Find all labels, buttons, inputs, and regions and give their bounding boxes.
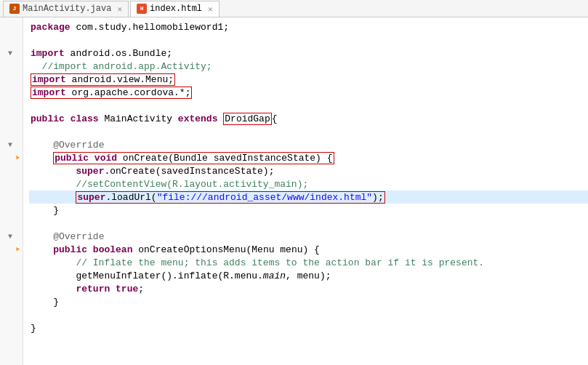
tab-bar: J MainActivity.java ✕ H index.html ✕ <box>0 0 588 17</box>
gutter: ▼ ▼ ➤ ▼ ➤ <box>0 17 23 365</box>
gutter-line-9 <box>0 125 23 138</box>
code-line: public boolean onCreateOptionsMenu(Menu … <box>29 243 588 256</box>
gutter-line-21 <box>0 282 23 295</box>
code-line: import android.view.Menu; <box>29 73 588 86</box>
code-line: } <box>29 295 588 308</box>
gutter-line-1 <box>0 20 23 33</box>
gutter-line-13 <box>0 177 23 190</box>
code-line <box>29 33 588 47</box>
gutter-line-4 <box>0 60 23 73</box>
code-line: //import android.app.Activity; <box>29 60 588 73</box>
gutter-line-23 <box>0 308 23 321</box>
code-line <box>29 99 588 112</box>
gutter-line-16 <box>0 217 23 230</box>
code-line: @Override <box>29 138 588 151</box>
code-line: getMenuInflater().inflate(R.menu.main, m… <box>29 269 588 282</box>
gutter-line-11: ➤ <box>0 151 23 164</box>
code-line: // Inflate the menu; this adds items to … <box>29 256 588 269</box>
code-line: } <box>29 204 588 217</box>
gutter-line-20 <box>0 269 23 282</box>
gutter-line-12 <box>0 164 23 177</box>
gutter-line-18: ➤ <box>0 243 23 256</box>
code-line: public class MainActivity extends DroidG… <box>29 112 588 125</box>
code-line: import org.apache.cordova.*; <box>29 86 588 99</box>
code-line: super.onCreate(savedInstanceState); <box>29 164 588 177</box>
code-line: import android.os.Bundle; <box>29 47 588 60</box>
gutter-line-15 <box>0 204 23 217</box>
editor-container: ▼ ▼ ➤ ▼ ➤ package com.study.hellomobilew… <box>0 17 588 365</box>
html-file-icon: H <box>137 4 147 14</box>
gutter-line-5 <box>0 73 23 86</box>
arrow-right-indicator-2: ➤ <box>15 244 20 255</box>
code-line: return true; <box>29 282 588 295</box>
gutter-line-24 <box>0 321 23 334</box>
tab-label-java: MainActivity.java <box>23 4 111 14</box>
gutter-line-22 <box>0 295 23 308</box>
gutter-line-2 <box>0 33 23 47</box>
gutter-line-10[interactable]: ▼ <box>0 138 23 151</box>
tab-index-html[interactable]: H index.html ✕ <box>130 1 220 17</box>
code-line <box>29 125 588 138</box>
code-line: @Override <box>29 230 588 243</box>
code-line: public void onCreate(Bundle savedInstanc… <box>29 151 588 164</box>
close-icon[interactable]: ✕ <box>117 4 122 14</box>
gutter-line-14 <box>0 190 23 204</box>
code-line: super.loadUrl("file:///android_asset/www… <box>29 190 588 204</box>
close-icon-html[interactable]: ✕ <box>208 4 213 14</box>
code-area[interactable]: package com.study.hellomobileword1; impo… <box>23 17 588 365</box>
tab-main-java[interactable]: J MainActivity.java ✕ <box>3 1 129 17</box>
gutter-line-8 <box>0 112 23 125</box>
code-line: //setContentView(R.layout.activity_main)… <box>29 177 588 190</box>
code-line <box>29 217 588 230</box>
code-line: package com.study.hellomobileword1; <box>29 20 588 33</box>
gutter-line-7 <box>0 99 23 112</box>
tab-label-html: index.html <box>150 4 202 14</box>
gutter-line-3[interactable]: ▼ <box>0 47 23 60</box>
code-line: } <box>29 321 588 334</box>
gutter-line-17[interactable]: ▼ <box>0 230 23 243</box>
code-line <box>29 308 588 321</box>
arrow-right-indicator: ➤ <box>15 153 20 164</box>
gutter-line-6 <box>0 86 23 99</box>
gutter-line-19 <box>0 256 23 269</box>
java-file-icon: J <box>9 4 20 14</box>
